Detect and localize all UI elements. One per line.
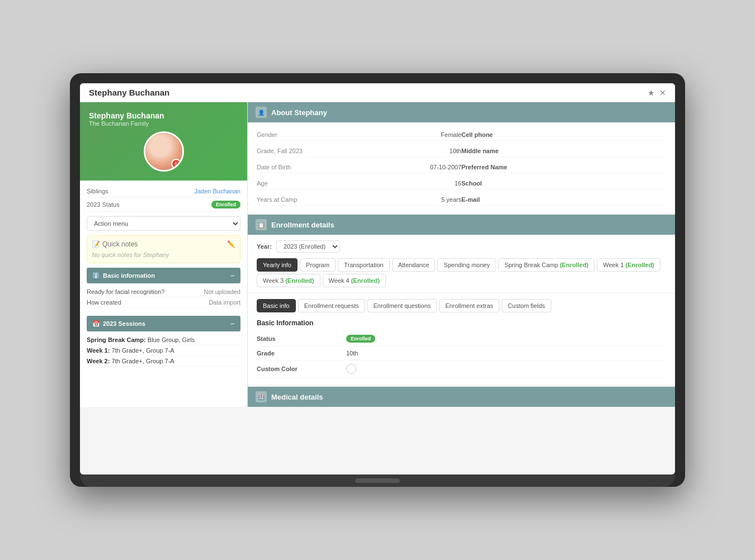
close-icon[interactable]: ✕ — [659, 88, 666, 97]
enrollment-title-bar: 📋 Enrollment details — [248, 215, 675, 235]
itab-enrollment-questions[interactable]: Enrollment questions — [367, 299, 437, 312]
itab-custom-fields[interactable]: Custom fields — [502, 299, 551, 312]
right-panel: 👤 About Stephany Gender Female Grade, F — [248, 102, 675, 407]
sessions-icon: 📅 — [92, 320, 100, 328]
quick-notes-edit-icon[interactable]: ✏️ — [227, 240, 235, 248]
siblings-row: Siblings Jaden Buchanan — [87, 185, 240, 198]
about-dob: Date of Birth 07-10-2007 — [257, 162, 461, 173]
about-gender: Gender Female — [257, 129, 461, 141]
tab-program[interactable]: Program — [300, 258, 336, 272]
tab-spending-money[interactable]: Spending money — [437, 258, 496, 272]
year-select[interactable]: 2023 (Enrolled) — [276, 240, 340, 253]
quick-notes-header: 📝 Quick notes ✏️ — [92, 240, 235, 248]
about-left: Gender Female Grade, Fall 2023 10th Date… — [257, 129, 461, 206]
about-title-bar: 👤 About Stephany — [248, 102, 675, 122]
medical-bar: 🏥 Medical details — [248, 387, 675, 407]
tab-week4[interactable]: Week 4 (Enrolled) — [323, 274, 386, 287]
sessions-content: Spring Break Camp: Blue Group, Girls Wee… — [87, 331, 240, 370]
basic-info-bar: ℹ️ Basic information − — [87, 268, 240, 283]
tab-yearly-info[interactable]: Yearly info — [257, 258, 298, 272]
enrollment-year-row: Year: 2023 (Enrolled) — [248, 235, 675, 258]
basic-info-title: ℹ️ Basic information — [92, 272, 155, 279]
enrollment-section: 📋 Enrollment details Year: 2023 (Enrolle… — [248, 215, 675, 385]
pin-icon[interactable]: ★ — [648, 88, 655, 97]
bi-color-row: Custom Color — [257, 360, 666, 378]
medical-icon: 🏥 — [256, 391, 267, 402]
bi-status-row: Status Enrolled — [257, 331, 666, 347]
tab-spring-break-camp[interactable]: Spring Break Camp (Enrolled) — [498, 258, 594, 272]
about-preferred: Preferred Name — [461, 162, 666, 173]
about-email: E-mail — [461, 194, 666, 206]
about-grid: Gender Female Grade, Fall 2023 10th Date… — [248, 122, 675, 212]
tab-attendance[interactable]: Attendance — [392, 258, 436, 272]
session-item-3: Week 2: 7th Grade+, Group 7-A — [87, 356, 240, 367]
profile-family: The Buchanan Family — [89, 120, 238, 127]
action-menu-wrap: Action menu — [87, 216, 240, 231]
about-middlename: Middle name — [461, 145, 666, 157]
itab-enrollment-extras[interactable]: Enrollment extras — [439, 299, 499, 312]
left-panel-content: Siblings Jaden Buchanan 2023 Status Enro… — [80, 181, 247, 374]
sessions-bar: 📅 2023 Sessions − — [87, 316, 240, 331]
quick-notes-section: 📝 Quick notes ✏️ No quick notes for Step… — [87, 235, 240, 263]
enrollment-tabs: Yearly info Program Transportation Atten… — [248, 258, 675, 293]
session-item-2: Week 1: 7th Grade+, Group 7-A — [87, 345, 240, 356]
siblings-label: Siblings — [87, 188, 108, 194]
bi-grade-row: Grade 10th — [257, 347, 666, 360]
quick-notes-title: 📝 Quick notes — [92, 240, 138, 248]
about-icon: 👤 — [256, 107, 267, 118]
action-menu[interactable]: Action menu — [87, 216, 240, 231]
bi-section-title: Basic Information — [257, 319, 666, 327]
status-badge: Enrolled — [211, 201, 240, 208]
avatar-badge[interactable]: ! — [171, 159, 181, 169]
basic-info-collapse[interactable]: − — [230, 271, 235, 280]
header-icons: ★ ✕ — [648, 88, 666, 97]
enrollment-basic-info: Basic Information Status Enrolled Grade … — [248, 312, 675, 385]
left-panel: Stephany Buchanan The Buchanan Family ! — [80, 102, 248, 407]
about-age: Age 16 — [257, 178, 461, 189]
avatar: ! — [144, 131, 184, 172]
profile-header: Stephany Buchanan The Buchanan Family ! — [80, 102, 247, 181]
basic-info-content: Ready for facial recognition? Not upload… — [87, 283, 240, 311]
app-header: Stephany Buchanan ★ ✕ — [80, 83, 675, 102]
status-row: 2023 Status Enrolled — [87, 198, 240, 212]
session-item-1: Spring Break Camp: Blue Group, Girls — [87, 335, 240, 345]
custom-color-circle[interactable] — [346, 364, 356, 374]
enrollment-icon: 📋 — [256, 219, 267, 230]
quick-notes-empty: No quick notes for Stephany — [92, 251, 235, 258]
page-title: Stephany Buchanan — [89, 88, 169, 97]
itab-enrollment-requests[interactable]: Enrollment requests — [298, 299, 365, 312]
basic-info-row-2: How created Data import — [87, 297, 240, 308]
about-section: 👤 About Stephany Gender Female Grade, F — [248, 102, 675, 212]
sessions-title: 📅 2023 Sessions — [92, 320, 145, 328]
tab-week3[interactable]: Week 3 (Enrolled) — [257, 274, 320, 287]
about-grade: Grade, Fall 2023 10th — [257, 145, 461, 157]
about-cellphone: Cell phone — [461, 129, 666, 141]
about-school: School — [461, 178, 666, 189]
about-years: Years at Camp 5 years — [257, 194, 461, 206]
tab-week1[interactable]: Week 1 (Enrolled) — [597, 258, 660, 272]
sessions-collapse[interactable]: − — [230, 319, 235, 328]
bi-table: Status Enrolled Grade 10th Custom Color — [257, 331, 666, 378]
sibling-link[interactable]: Jaden Buchanan — [194, 188, 240, 194]
status-label: 2023 Status — [87, 201, 120, 208]
info-icon: ℹ️ — [92, 272, 100, 279]
basic-info-row-1: Ready for facial recognition? Not upload… — [87, 287, 240, 297]
itab-basic-info[interactable]: Basic info — [257, 299, 296, 312]
enrollment-status-badge: Enrolled — [346, 335, 375, 343]
about-right: Cell phone Middle name Preferred Name — [461, 129, 666, 206]
profile-name: Stephany Buchanan — [89, 111, 238, 120]
notes-icon: 📝 — [92, 240, 100, 248]
tab-transportation[interactable]: Transportation — [338, 258, 390, 272]
inner-tabs: Basic info Enrollment requests Enrollmen… — [248, 293, 675, 312]
